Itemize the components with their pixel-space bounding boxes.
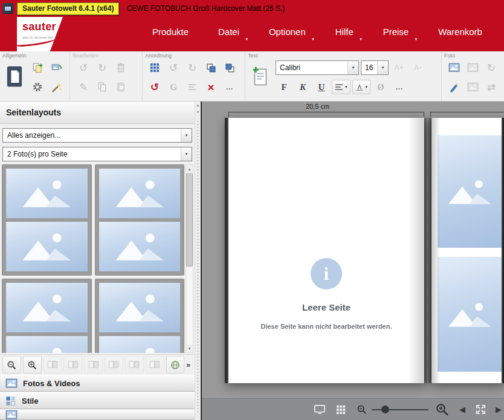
flip-photo-button[interactable]: ⇄ bbox=[483, 79, 500, 95]
layouts-scrollbar[interactable]: ▲ ▼ bbox=[186, 164, 193, 353]
section-fotos-videos[interactable]: Fotos & Videos bbox=[0, 375, 195, 392]
chevron-down-icon: ▾ bbox=[360, 37, 362, 42]
layout-thumbnail[interactable] bbox=[95, 279, 185, 353]
layout-category-select[interactable]: Alles anzeigen... ▾ bbox=[2, 128, 192, 143]
font-size-select[interactable]: 16 ▾ bbox=[361, 60, 389, 75]
layout-scope-button-6[interactable] bbox=[146, 356, 164, 373]
chevron-down-icon: ▾ bbox=[345, 85, 347, 89]
send-to-back-button[interactable] bbox=[221, 59, 238, 76]
rotate-right-button[interactable]: ↻ bbox=[184, 59, 201, 76]
add-textfield-button[interactable] bbox=[249, 59, 271, 94]
section-stile[interactable]: Stile bbox=[0, 392, 195, 409]
section-bar-partial[interactable] bbox=[0, 410, 195, 420]
collapse-down-icon[interactable]: ▼ bbox=[195, 108, 201, 115]
bold-button[interactable]: F bbox=[276, 79, 292, 95]
photo-placeholder[interactable] bbox=[438, 135, 502, 248]
layout-thumbnail[interactable] bbox=[2, 164, 92, 276]
chevron-down-icon[interactable]: ▾ bbox=[377, 61, 388, 74]
photo-placeholder bbox=[6, 222, 88, 271]
menu-warenkorb[interactable]: Warenkorb bbox=[438, 27, 482, 37]
delete-button[interactable] bbox=[112, 59, 129, 76]
text-align-dropdown[interactable]: ▾ bbox=[332, 80, 351, 94]
thumbnails-larger-button[interactable] bbox=[23, 356, 42, 373]
menubar: sauter alles für das beste bild Produkte… bbox=[0, 17, 504, 51]
pages-overview-button[interactable] bbox=[334, 399, 348, 420]
edit-photo-button[interactable] bbox=[445, 79, 462, 95]
no-style-button[interactable]: Ø bbox=[372, 79, 389, 95]
menu-datei[interactable]: Datei▾ bbox=[218, 27, 239, 37]
delete-x-icon: × bbox=[207, 82, 214, 93]
fullscreen-button[interactable] bbox=[472, 399, 489, 420]
rotate-red-icon: ↺ bbox=[150, 82, 159, 92]
menu-optionen[interactable]: Optionen▾ bbox=[269, 27, 306, 37]
text-more-button[interactable]: ... bbox=[391, 79, 408, 95]
menu-hilfe[interactable]: Hilfe▾ bbox=[335, 27, 354, 37]
zoom-in-icon bbox=[27, 360, 37, 370]
undo-button[interactable]: ↺ bbox=[75, 59, 92, 76]
font-color-dropdown[interactable]: ▾ bbox=[352, 80, 371, 94]
photo-placeholder[interactable] bbox=[438, 257, 502, 372]
next-page-button[interactable]: ▶ bbox=[493, 399, 504, 420]
layout-thumbnail[interactable] bbox=[2, 279, 92, 353]
left-page[interactable]: i Leere Seite Diese Seite kann nicht bea… bbox=[228, 118, 424, 383]
manage-pages-button[interactable] bbox=[4, 59, 25, 94]
align-elements-button[interactable] bbox=[184, 79, 201, 95]
layout-scope-button-2[interactable] bbox=[63, 356, 82, 373]
preview-button[interactable] bbox=[312, 399, 328, 420]
strip-overflow-button[interactable]: » bbox=[186, 361, 190, 369]
rotate-photo-button[interactable]: ↻ bbox=[483, 59, 500, 76]
delete-page-button[interactable]: × bbox=[202, 79, 219, 95]
chevron-down-icon[interactable]: ▾ bbox=[181, 129, 192, 142]
collapse-up-icon[interactable]: ▲ bbox=[195, 102, 201, 108]
chevron-down-icon[interactable]: ▾ bbox=[181, 147, 192, 161]
zoom-slider[interactable] bbox=[372, 399, 428, 420]
font-smaller-button[interactable]: A- bbox=[409, 59, 426, 76]
magic-layout-button[interactable] bbox=[48, 79, 65, 95]
zoom-out-button[interactable] bbox=[354, 399, 369, 420]
web-layouts-button[interactable] bbox=[166, 356, 185, 373]
right-page[interactable] bbox=[431, 118, 502, 383]
font-family-select[interactable]: Calibri ▾ bbox=[276, 60, 359, 75]
replace-image-button[interactable] bbox=[48, 59, 65, 76]
bring-to-front-button[interactable] bbox=[202, 59, 219, 76]
scrollbar-thumb[interactable] bbox=[186, 173, 193, 267]
delete-photo-button[interactable] bbox=[464, 79, 481, 95]
info-glyph: i bbox=[324, 263, 329, 284]
mountain-icon bbox=[21, 175, 73, 211]
group-button[interactable]: G bbox=[165, 79, 182, 95]
menu-preise[interactable]: Preise▾ bbox=[383, 27, 409, 37]
splitter-handle[interactable] bbox=[198, 121, 198, 414]
rotate-left-button[interactable]: ↺ bbox=[165, 59, 182, 76]
previous-page-button[interactable]: ◀ bbox=[457, 399, 468, 420]
settings-button[interactable] bbox=[29, 79, 46, 95]
rotate-page-button[interactable]: ↺ bbox=[146, 79, 163, 95]
underline-button[interactable]: U bbox=[313, 79, 330, 95]
copy-button[interactable] bbox=[94, 79, 111, 95]
chevron-down-icon[interactable]: ▾ bbox=[347, 61, 358, 74]
edit-button[interactable]: ✎ bbox=[75, 79, 92, 95]
anordnung-more-button[interactable]: ... bbox=[221, 79, 238, 95]
layout-thumbnail[interactable] bbox=[95, 164, 185, 276]
scroll-up-icon[interactable]: ▲ bbox=[186, 165, 193, 173]
italic-button[interactable]: K bbox=[294, 79, 311, 95]
paste-button[interactable] bbox=[112, 79, 129, 95]
layout-scope-button-5[interactable] bbox=[125, 356, 144, 373]
scroll-down-icon[interactable]: ▼ bbox=[186, 344, 193, 352]
menu-produkte[interactable]: Produkte bbox=[152, 27, 189, 37]
align-grid-button[interactable] bbox=[146, 59, 163, 76]
zoom-slider-track[interactable] bbox=[372, 409, 428, 410]
replace-photo-button[interactable] bbox=[464, 59, 481, 76]
mountain-icon bbox=[114, 343, 166, 353]
zoom-in-button[interactable] bbox=[433, 399, 451, 420]
zoom-slider-handle[interactable] bbox=[381, 405, 389, 413]
redo-button[interactable]: ↻ bbox=[94, 59, 111, 76]
layout-scope-button-4[interactable] bbox=[105, 356, 123, 373]
layout-scope-button-1[interactable] bbox=[44, 356, 62, 373]
insert-photo-button[interactable] bbox=[445, 59, 462, 76]
font-larger-button[interactable]: A+ bbox=[390, 59, 407, 76]
panel-splitter[interactable]: ▲ ▼ bbox=[195, 102, 201, 420]
photos-per-page-select[interactable]: 2 Foto(s) pro Seite ▾ bbox=[2, 147, 192, 161]
layout-scope-button-3[interactable] bbox=[84, 356, 103, 373]
add-pages-button[interactable] bbox=[29, 59, 46, 76]
thumbnails-smaller-button[interactable] bbox=[2, 356, 21, 373]
